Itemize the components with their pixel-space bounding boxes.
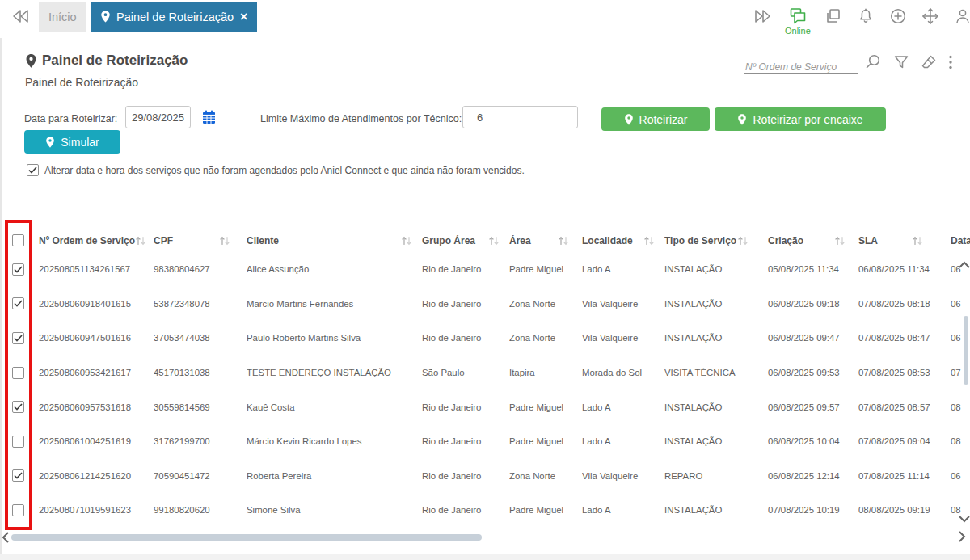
vertical-scrollbar[interactable]	[964, 316, 968, 385]
scroll-left-icon[interactable]	[2, 532, 10, 543]
simular-button[interactable]: Simular	[24, 130, 120, 154]
cell-area: Padre Miguel	[509, 505, 582, 515]
column-header[interactable]: Área	[509, 235, 582, 246]
table-row: 20250806091840161553872348078Marcio Mart…	[8, 287, 970, 322]
cell-sla: 07/08/2025 08:47	[858, 333, 946, 343]
sort-icon[interactable]	[401, 236, 412, 246]
cell-cliente: TESTE ENDEREÇO INSTALAÇÃO	[247, 368, 422, 377]
scroll-down-icon[interactable]	[959, 515, 970, 523]
cell-criacao: 06/08/2025 09:57	[768, 402, 858, 412]
cell-localidade: Vila Valqueire	[582, 299, 664, 309]
chat-icon	[788, 6, 808, 26]
eraser-icon[interactable]	[921, 54, 937, 70]
cell-tipo: VISITA TÉCNICA	[664, 368, 768, 377]
cell-cpf: 37053474038	[154, 333, 247, 343]
sort-icon[interactable]	[558, 236, 569, 246]
table-row: 20250806094750161637053474038Paulo Rober…	[8, 321, 970, 356]
column-header[interactable]: Cliente	[247, 235, 422, 246]
cell-order: 202508051134261567	[39, 264, 154, 274]
tab-close-icon[interactable]: ×	[240, 10, 247, 24]
add-circle-icon[interactable]	[888, 6, 908, 26]
sort-icon[interactable]	[737, 236, 749, 246]
column-header-label: Localidade	[582, 235, 633, 246]
column-header[interactable]: Nº Ordem de Serviço	[39, 235, 154, 246]
alterar-data-checkbox[interactable]	[27, 164, 39, 176]
copy-windows-icon[interactable]	[824, 6, 843, 26]
user-profile-icon[interactable]	[953, 6, 970, 26]
filter-icon[interactable]	[893, 54, 909, 70]
cell-cliente: Paulo Roberto Martins Silva	[247, 333, 422, 343]
date-input[interactable]: 29/08/2025	[125, 106, 191, 128]
table-row: 20250807101959162399180820620Simone Silv…	[8, 493, 970, 528]
cell-tipo: INSTALAÇÃO	[664, 505, 768, 515]
search-icon[interactable]	[864, 53, 882, 71]
sort-icon[interactable]	[912, 236, 923, 246]
cell-sla: 07/08/2025 08:57	[858, 402, 946, 412]
roteirizar-encaixe-button[interactable]: Roteirizar por encaixe	[715, 107, 886, 131]
cell-cliente: Márcio Kevin Ricardo Lopes	[247, 436, 422, 446]
simular-label: Simular	[61, 136, 99, 149]
more-options-icon[interactable]	[948, 54, 953, 70]
rewind-tabs-icon[interactable]	[11, 6, 31, 26]
notifications-bell-icon[interactable]	[856, 6, 875, 26]
scroll-right-icon[interactable]	[958, 531, 966, 542]
sort-icon[interactable]	[834, 236, 846, 246]
cell-grupo: Rio de Janeiro	[422, 436, 509, 446]
cell-area: Padre Miguel	[509, 402, 582, 412]
column-header[interactable]: Grupo Área	[422, 235, 509, 246]
column-header-label: Data	[951, 235, 970, 246]
page-title-pin-icon	[25, 53, 37, 69]
column-header[interactable]: CPF	[154, 235, 247, 246]
move-icon[interactable]	[921, 6, 940, 26]
cell-localidade: Morada do Sol	[582, 368, 664, 377]
cell-cliente: Marcio Martins Fernandes	[247, 299, 422, 309]
column-header[interactable]: Tipo de Serviço	[664, 235, 768, 246]
limit-input[interactable]: 6	[462, 106, 578, 128]
cell-cpf: 31762199700	[154, 436, 247, 446]
cell-grupo: Rio de Janeiro	[422, 471, 509, 481]
cell-order: 202508061214251620	[39, 471, 154, 481]
column-header[interactable]: Localidade	[582, 235, 664, 246]
tab-bar: Início Painel de Roteirização × Online	[0, 0, 970, 33]
tab-inicio[interactable]: Início	[39, 2, 86, 32]
table-row: 20250806095342161745170131038TESTE ENDER…	[8, 356, 970, 390]
cell-sla: 07/08/2025 11:14	[858, 471, 946, 481]
scroll-up-icon[interactable]	[959, 261, 970, 269]
cell-localidade: Lado A	[582, 264, 664, 274]
sort-icon[interactable]	[135, 236, 146, 246]
column-header-label: Nº Ordem de Serviço	[39, 235, 135, 246]
table-row: 20250806095753161830559814569Kauê CostaR…	[8, 389, 970, 424]
chat-online-indicator[interactable]: Online	[785, 6, 811, 36]
cell-sla: 07/08/2025 08:18	[858, 299, 946, 309]
fast-forward-tabs-icon[interactable]	[753, 6, 772, 26]
cell-order: 202508061004251619	[39, 436, 154, 446]
cell-order: 202508060957531618	[39, 402, 154, 412]
column-header[interactable]: Criação	[768, 235, 858, 246]
sort-icon[interactable]	[643, 236, 655, 246]
table-row: 20250805113426156798380804627Alice Assun…	[8, 252, 970, 287]
alterar-data-label: Alterar data e hora dos serviços que não…	[44, 165, 525, 176]
cell-tipo: INSTALAÇÃO	[664, 264, 768, 274]
calendar-icon[interactable]	[202, 110, 216, 124]
cell-area: Padre Miguel	[509, 264, 582, 274]
page-subtitle: Painel de Roteirização	[25, 76, 138, 89]
roteirizar-label: Roteirizar	[639, 113, 688, 126]
cell-localidade: Lado A	[582, 436, 664, 446]
column-header[interactable]: Data	[946, 235, 970, 246]
annotation-rectangle	[5, 220, 32, 530]
order-search-input[interactable]: Nº Ordem de Serviço	[745, 61, 837, 73]
cell-localidade: Vila Valqueire	[582, 471, 664, 481]
roteirizar-encaixe-label: Roteirizar por encaixe	[753, 113, 862, 126]
search-underline	[744, 73, 858, 74]
cell-cliente: Kauê Costa	[247, 402, 422, 412]
column-header[interactable]: SLA	[858, 235, 946, 246]
cell-grupo: Rio de Janeiro	[422, 333, 509, 343]
sort-icon[interactable]	[219, 236, 230, 246]
tab-painel-roteirizacao[interactable]: Painel de Roteirização ×	[91, 2, 257, 32]
horizontal-scrollbar[interactable]	[11, 534, 482, 541]
cell-area: Zona Norte	[509, 471, 582, 481]
roteirizar-button[interactable]: Roteirizar	[601, 107, 710, 131]
sort-icon[interactable]	[488, 236, 500, 246]
table-body: 20250805113426156798380804627Alice Assun…	[8, 252, 970, 528]
cell-cpf: 30559814569	[154, 402, 247, 412]
